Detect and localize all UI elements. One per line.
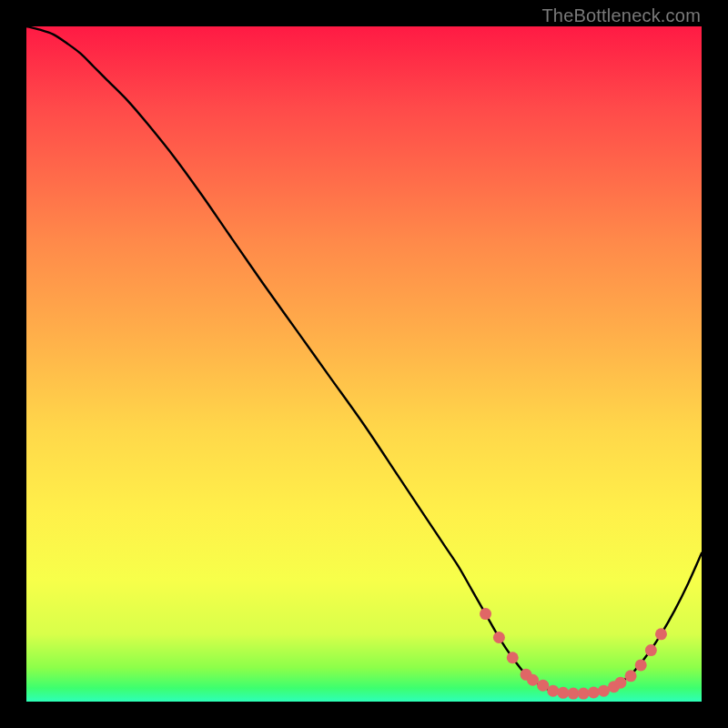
highlight-dot	[588, 686, 600, 698]
highlight-dot	[598, 685, 610, 697]
highlight-dot	[655, 628, 667, 640]
attribution-text: TheBottleneck.com	[541, 5, 701, 26]
highlight-dot	[480, 608, 491, 620]
highlight-dot	[625, 670, 637, 682]
highlight-dot	[635, 659, 647, 671]
highlight-dot	[547, 685, 559, 697]
highlight-dot	[614, 677, 626, 689]
chart-container: TheBottleneck.com	[0, 0, 728, 728]
highlight-dot	[507, 652, 519, 663]
highlight-dot	[527, 674, 539, 686]
highlight-dots	[480, 608, 667, 700]
highlight-dot	[557, 687, 569, 699]
curve-layer	[26, 26, 702, 702]
highlight-dot	[537, 680, 549, 692]
bottleneck-curve	[26, 26, 702, 693]
highlight-dot	[645, 644, 657, 656]
highlight-dot	[493, 632, 505, 643]
highlight-dot	[578, 688, 590, 700]
highlight-dot	[568, 688, 580, 700]
